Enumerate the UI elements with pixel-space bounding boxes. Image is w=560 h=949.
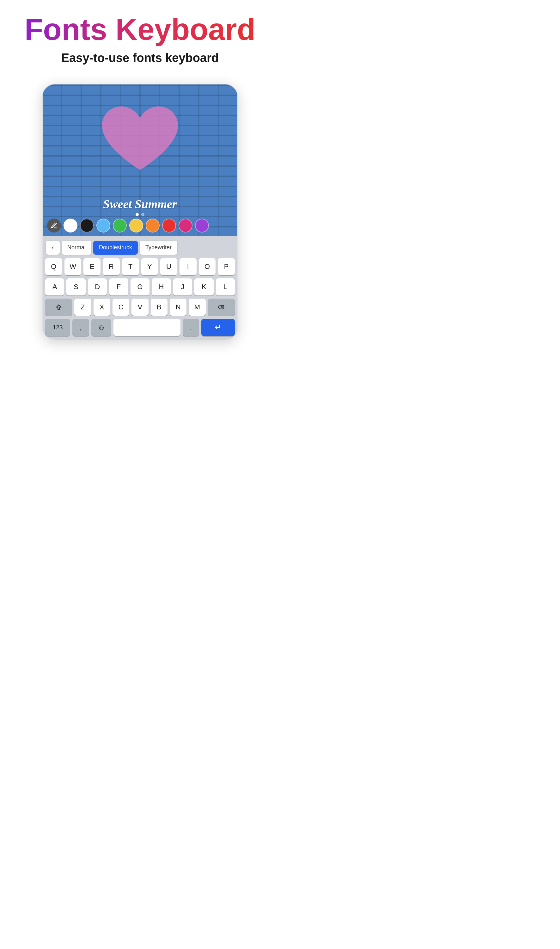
key-u[interactable]: U: [160, 258, 177, 275]
key-space[interactable]: [114, 319, 180, 336]
keyboard-row-bottom: 123 , ☺ . ↵: [43, 317, 237, 340]
color-yellow[interactable]: [129, 219, 143, 233]
key-b[interactable]: B: [151, 299, 168, 316]
key-o[interactable]: O: [199, 258, 216, 275]
color-picker-button[interactable]: [47, 219, 61, 233]
font-tab-doublestruck[interactable]: Doublestruck: [93, 241, 138, 255]
image-area: Sweet Summer: [43, 85, 237, 236]
back-button[interactable]: ‹: [46, 241, 60, 255]
font-tab-normal[interactable]: Normal: [62, 241, 91, 255]
key-x[interactable]: X: [94, 299, 110, 316]
key-n[interactable]: N: [170, 299, 186, 316]
key-period[interactable]: .: [183, 319, 199, 336]
dots-indicator: [135, 213, 145, 216]
key-backspace[interactable]: [208, 299, 235, 316]
color-green[interactable]: [113, 219, 127, 233]
overlay-text: Sweet Summer: [103, 197, 177, 211]
keyboard-row-1: Q W E R T Y U I O P: [43, 256, 237, 277]
key-return[interactable]: ↵: [201, 319, 235, 336]
app-title: Fonts Keyboard: [19, 13, 261, 46]
color-sky-blue[interactable]: [96, 219, 110, 233]
key-numeric[interactable]: 123: [45, 319, 70, 336]
key-v[interactable]: V: [131, 299, 148, 316]
color-palette: [43, 219, 237, 233]
key-c[interactable]: C: [112, 299, 129, 316]
keyboard-row-3: Z X C V B N M: [43, 297, 237, 317]
key-comma[interactable]: ,: [72, 319, 89, 336]
font-selector-row: ‹ Normal Doublestruck Typewriter: [43, 239, 237, 256]
key-i[interactable]: I: [180, 258, 197, 275]
font-tab-typewriter[interactable]: Typewriter: [140, 241, 177, 255]
key-w[interactable]: W: [65, 258, 82, 275]
key-d[interactable]: D: [88, 278, 107, 295]
key-q[interactable]: Q: [45, 258, 62, 275]
key-y[interactable]: Y: [141, 258, 158, 275]
app-subtitle: Easy-to-use fonts keyboard: [19, 51, 261, 65]
key-z[interactable]: Z: [74, 299, 91, 316]
color-red[interactable]: [162, 219, 176, 233]
keyboard-row-2: A S D F G H J K L: [43, 277, 237, 297]
key-l[interactable]: L: [216, 278, 235, 295]
keyboard-area: ‹ Normal Doublestruck Typewriter Q W E R…: [43, 236, 237, 340]
key-r[interactable]: R: [103, 258, 120, 275]
key-e[interactable]: E: [83, 258, 100, 275]
key-a[interactable]: A: [45, 278, 64, 295]
color-white[interactable]: [63, 219, 77, 233]
key-shift[interactable]: [45, 299, 72, 316]
color-pink[interactable]: [178, 219, 192, 233]
key-emoji[interactable]: ☺: [91, 319, 111, 336]
key-k[interactable]: K: [194, 278, 213, 295]
dot-1: [135, 213, 139, 216]
dot-2: [141, 213, 145, 216]
key-j[interactable]: J: [173, 278, 192, 295]
app-header: Fonts Keyboard Easy-to-use fonts keyboar…: [0, 0, 280, 71]
color-black[interactable]: [80, 219, 94, 233]
key-s[interactable]: S: [66, 278, 85, 295]
key-g[interactable]: G: [131, 278, 149, 295]
key-t[interactable]: T: [122, 258, 139, 275]
heart-graphic: [96, 100, 184, 182]
phone-mockup: Sweet Summer: [42, 84, 238, 340]
color-purple[interactable]: [195, 219, 209, 233]
key-p[interactable]: P: [218, 258, 235, 275]
key-m[interactable]: M: [189, 299, 205, 316]
key-f[interactable]: F: [109, 278, 128, 295]
key-h[interactable]: H: [152, 278, 171, 295]
color-orange[interactable]: [146, 219, 160, 233]
